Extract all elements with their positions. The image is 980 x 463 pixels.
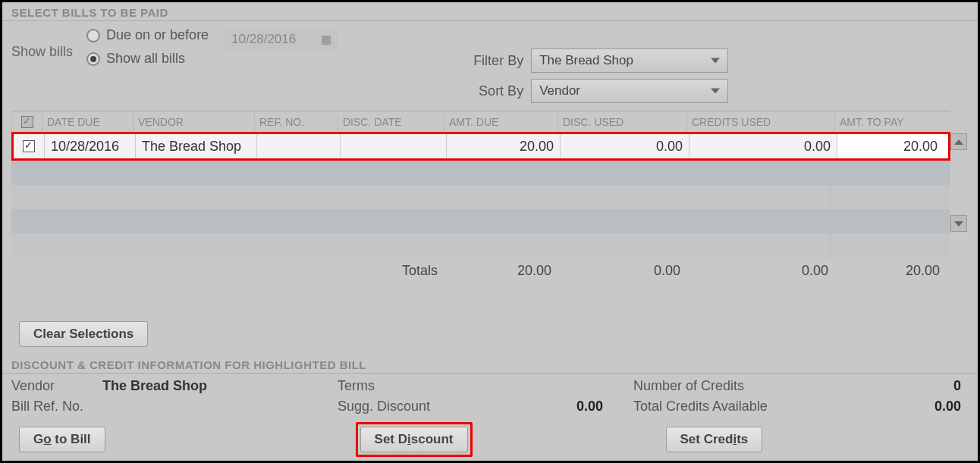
total-credits-used: 0.00 [686, 263, 834, 279]
empty-row [11, 161, 950, 185]
cell-amt-to-pay[interactable]: 20.00 [837, 134, 948, 158]
th-credits-used[interactable]: CREDITS USED [686, 111, 834, 132]
set-discount-button[interactable]: Set Discount [360, 427, 468, 452]
vendor-value: The Bread Shop [102, 378, 338, 394]
chevron-up-icon [954, 139, 963, 145]
check-icon [21, 116, 33, 128]
radio-due-on-or-before[interactable]: Due on or before [86, 27, 209, 43]
terms-label: Terms [338, 378, 459, 394]
discount-credit-info: Vendor The Bread Shop Terms Number of Cr… [2, 374, 978, 415]
filter-area: Show bills Due on or before Show all bil… [2, 21, 978, 106]
radio-icon [86, 29, 100, 42]
th-amt-to-pay[interactable]: AMT. TO PAY [834, 111, 950, 132]
th-vendor[interactable]: VENDOR [133, 111, 254, 132]
date-input-disabled: 10/28/2016 ▦ [224, 29, 338, 50]
clear-selections-button[interactable]: Clear Selections [19, 321, 148, 347]
table-row[interactable]: 10/28/2016 The Bread Shop 20.00 0.00 0.0… [14, 134, 948, 158]
set-discount-highlight: Set Discount [356, 422, 473, 457]
chevron-down-icon [954, 221, 963, 227]
chevron-down-icon [711, 89, 720, 94]
sort-by-dropdown[interactable]: Vendor [531, 79, 728, 103]
filter-by-dropdown[interactable]: The Bread Shop [531, 48, 728, 73]
filter-sort-group: Filter By The Bread Shop Sort By Vendor [463, 48, 728, 103]
th-disc-used[interactable]: DISC. USED [558, 111, 686, 132]
th-amt-due[interactable]: AMT. DUE [444, 111, 558, 132]
calendar-icon: ▦ [321, 33, 331, 46]
num-credits-value: 0 [800, 378, 961, 394]
action-buttons: Go to Bill Set Discount Set Credits [2, 415, 978, 463]
show-bills-label: Show bills [11, 44, 73, 60]
scroll-up-button[interactable] [950, 133, 967, 150]
cell-disc-used: 0.00 [560, 134, 689, 158]
cell-credits-used: 0.00 [689, 134, 837, 158]
section-discount-title: DISCOUNT & CREDIT INFORMATION FOR HIGHLI… [2, 355, 978, 374]
radio-show-all-bills[interactable]: Show all bills [86, 51, 209, 67]
sugg-disc-value: 0.00 [459, 399, 633, 415]
radio-icon [86, 52, 100, 66]
set-credits-button[interactable]: Set Credits [666, 427, 763, 452]
sort-by-value: Vendor [539, 83, 580, 99]
total-amt-to-pay: 20.00 [834, 263, 969, 279]
sugg-disc-label: Sugg. Discount [338, 399, 459, 415]
go-to-bill-button[interactable]: Go to Bill [19, 427, 105, 452]
sort-by-label: Sort By [463, 83, 523, 99]
date-value: 10/28/2016 [231, 32, 296, 47]
total-credits-value: 0.00 [800, 399, 961, 415]
check-icon [23, 140, 35, 152]
radio-all-label: Show all bills [106, 51, 185, 67]
th-ref-no[interactable]: REF. NO. [254, 111, 338, 132]
total-credits-label: Total Credits Available [633, 399, 800, 415]
cell-amt-due: 20.00 [446, 134, 560, 158]
empty-row [11, 209, 950, 233]
th-disc-date[interactable]: DISC. DATE [338, 111, 444, 132]
total-disc-used: 0.00 [558, 263, 686, 279]
section-select-title: SELECT BILLS TO BE PAID [2, 2, 978, 21]
table-header: DATE DUE VENDOR REF. NO. DISC. DATE AMT.… [11, 111, 950, 132]
empty-row [11, 233, 950, 258]
cell-ref-no [256, 134, 340, 158]
empty-rows [11, 161, 950, 258]
bill-ref-label: Bill Ref. No. [11, 399, 102, 415]
cell-vendor: The Bread Shop [135, 134, 256, 158]
totals-row: Totals 20.00 0.00 0.00 20.00 [11, 258, 969, 283]
radio-due-label: Due on or before [106, 27, 209, 43]
total-amt-due: 20.00 [444, 263, 558, 279]
empty-row [11, 185, 950, 209]
totals-label: Totals [11, 263, 444, 279]
scroll-down-button[interactable] [950, 215, 967, 232]
highlighted-row-frame: 10/28/2016 The Bread Shop 20.00 0.00 0.0… [11, 132, 950, 161]
row-checkbox[interactable] [14, 134, 44, 158]
filter-by-value: The Bread Shop [539, 53, 633, 68]
cell-disc-date [340, 134, 446, 158]
chevron-down-icon [711, 58, 720, 64]
bills-table: DATE DUE VENDOR REF. NO. DISC. DATE AMT.… [11, 111, 969, 258]
filter-by-label: Filter By [463, 53, 523, 69]
show-bills-radio-group: Due on or before Show all bills [86, 27, 209, 67]
select-all-checkbox[interactable] [11, 111, 42, 132]
th-date-due[interactable]: DATE DUE [42, 111, 133, 132]
vendor-label: Vendor [11, 378, 102, 394]
cell-date-due: 10/28/2016 [44, 134, 135, 158]
num-credits-label: Number of Credits [633, 378, 800, 394]
